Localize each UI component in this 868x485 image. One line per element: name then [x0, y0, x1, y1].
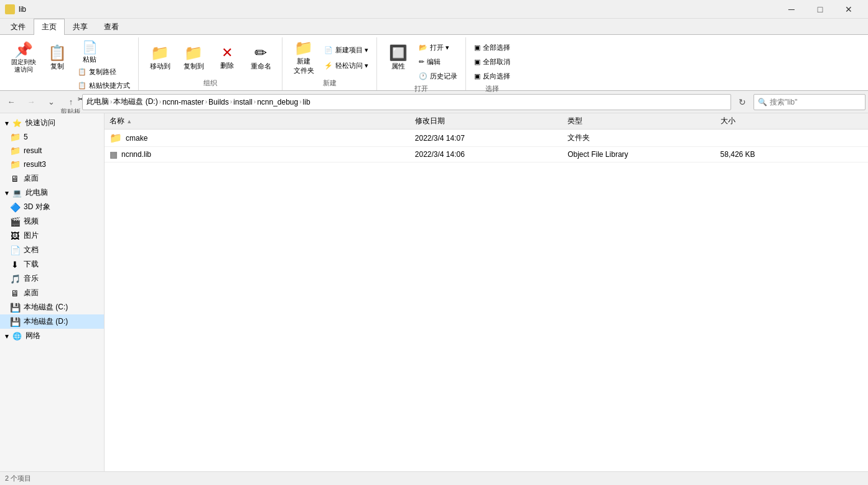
title-bar: lib ─ □ ✕ [0, 0, 868, 19]
copy-button[interactable]: 📋 复制 [41, 39, 73, 77]
select-none-button[interactable]: ▣ 全部取消 [471, 55, 513, 68]
search-input[interactable] [770, 98, 861, 106]
select-all-button[interactable]: ▣ 全部选择 [471, 41, 513, 54]
rename-label: 重命名 [251, 62, 271, 71]
sidebar-item-5[interactable]: 📁 5 [0, 130, 104, 144]
file-type: 文件夹 [562, 129, 715, 147]
sidebar-this-pc-header[interactable]: ▾ 💻 此电脑 [0, 186, 104, 200]
new-item-icon: 📄 [324, 46, 333, 54]
copy-label: 复制 [50, 62, 64, 71]
rename-button[interactable]: ✏ 重命名 [245, 39, 277, 77]
new-item-button[interactable]: 📄 新建项目 ▾ [321, 44, 371, 57]
close-button[interactable]: ✕ [834, 0, 863, 19]
sidebar-item-3d[interactable]: 🔷 3D 对象 [0, 200, 104, 214]
recent-locations-button[interactable]: ⌄ [42, 93, 60, 111]
folder-result-icon: 📁 [10, 146, 20, 156]
history-label: 历史记录 [430, 72, 457, 81]
new-folder-icon: 📁 [294, 40, 313, 55]
easy-access-button[interactable]: ⚡ 轻松访问 ▾ [321, 59, 371, 72]
copy-to-button[interactable]: 📁 复制到 [177, 39, 210, 77]
properties-label: 属性 [391, 62, 405, 71]
sidebar-item-result3[interactable]: 📁 result3 [0, 158, 104, 171]
table-row[interactable]: 📁 cmake 2022/3/4 14:07 文件夹 [105, 129, 868, 147]
file-name: ncnnd.lib [121, 150, 151, 159]
col-type[interactable]: 类型 [562, 113, 715, 129]
paste-button[interactable]: 📄 粘贴 [75, 40, 105, 65]
path-ncnn[interactable]: ncnn-master [162, 98, 204, 106]
up-button[interactable]: ↑ [62, 93, 80, 111]
file-size [716, 129, 868, 147]
path-install[interactable]: install [233, 98, 253, 106]
sidebar-item-result[interactable]: 📁 result [0, 144, 104, 158]
sidebar-item-desktop2[interactable]: 🖥 桌面 [0, 286, 104, 300]
local-d-icon: 💾 [10, 317, 20, 327]
status-bar: 2 个项目 [0, 471, 868, 485]
new-folder-button[interactable]: 📁 新建文件夹 [287, 39, 320, 77]
col-modified[interactable]: 修改日期 [410, 113, 562, 129]
history-button[interactable]: 🕐 历史记录 [416, 70, 460, 83]
sidebar-item-picture-label: 图片 [24, 230, 39, 241]
minimize-button[interactable]: ─ [777, 0, 806, 19]
back-button[interactable]: ← [2, 93, 20, 111]
rename-icon: ✏ [254, 45, 267, 60]
ribbon-group-select: ▣ 全部选择 ▣ 全部取消 ▣ 反向选择 选择 [466, 37, 518, 90]
copy-path-button[interactable]: 📋 复制路径 [75, 65, 133, 78]
invert-label: 反向选择 [483, 72, 510, 81]
file-type: Object File Library [562, 147, 715, 162]
sidebar-item-local-c[interactable]: 💾 本地磁盘 (C:) [0, 300, 104, 314]
sidebar-item-local-d[interactable]: 💾 本地磁盘 (D:) [0, 314, 104, 329]
paste-shortcut-button[interactable]: 📋 粘贴快捷方式 [75, 79, 133, 92]
delete-label: 删除 [220, 61, 234, 70]
path-builds[interactable]: Builds [208, 98, 229, 106]
invert-button[interactable]: ▣ 反向选择 [471, 70, 513, 83]
path-ncnn-debug[interactable]: ncnn_debug [257, 98, 298, 106]
search-box[interactable]: 🔍 [754, 94, 866, 110]
col-size[interactable]: 大小 [716, 113, 868, 129]
file-table: 名称 ▲ 修改日期 类型 大小 📁 cmake 2022/3/4 14:07 文… [105, 113, 868, 162]
status-item-count: 2 个项目 [5, 474, 31, 483]
table-row[interactable]: ▦ ncnnd.lib 2022/3/4 14:06 Object File L… [105, 147, 868, 162]
new-item-label: 新建项目 ▾ [335, 45, 368, 55]
tab-home[interactable]: 主页 [34, 19, 65, 35]
pin-button[interactable]: 📌 固定到快速访问 [7, 39, 40, 77]
path-d[interactable]: 本地磁盘 (D:) [113, 97, 157, 107]
open-btn[interactable]: 📂 打开 ▾ [416, 41, 460, 54]
download-icon: ⬇ [10, 260, 20, 270]
document-icon: 📄 [10, 245, 20, 255]
tab-view[interactable]: 查看 [96, 19, 127, 35]
col-name[interactable]: 名称 ▲ [105, 113, 410, 129]
copy-to-icon: 📁 [184, 45, 203, 60]
sidebar-network-header[interactable]: ▾ 🌐 网络 [0, 329, 104, 343]
folder-5-icon: 📁 [10, 132, 20, 142]
forward-button[interactable]: → [22, 93, 40, 111]
file-size: 58,426 KB [716, 147, 868, 162]
picture-icon: 🖼 [10, 231, 20, 241]
select-all-label: 全部选择 [483, 43, 510, 52]
move-to-button[interactable]: 📁 移动到 [144, 39, 176, 77]
sidebar-item-download[interactable]: ⬇ 下载 [0, 257, 104, 271]
sidebar-item-desktop[interactable]: 🖥 桌面 [0, 171, 104, 186]
maximize-button[interactable]: □ [806, 0, 834, 19]
edit-button[interactable]: ✏ 编辑 [416, 55, 460, 68]
address-path[interactable]: 此电脑 › 本地磁盘 (D:) › ncnn-master › Builds ›… [82, 94, 731, 110]
file-name: cmake [126, 134, 147, 143]
select-buttons: ▣ 全部选择 ▣ 全部取消 ▣ 反向选择 [471, 37, 513, 83]
sidebar-item-picture[interactable]: 🖼 图片 [0, 228, 104, 243]
tab-file[interactable]: 文件 [2, 19, 34, 35]
sidebar-item-music[interactable]: 🎵 音乐 [0, 271, 104, 286]
new-group-label: 新建 [287, 77, 371, 90]
properties-button[interactable]: 🔲 属性 [382, 39, 414, 77]
tab-share[interactable]: 共享 [65, 19, 96, 35]
path-computer[interactable]: 此电脑 [86, 97, 109, 107]
refresh-button[interactable]: ↻ [734, 93, 751, 111]
path-lib[interactable]: lib [303, 98, 310, 106]
sidebar-item-document[interactable]: 📄 文档 [0, 243, 104, 257]
desktop-icon: 🖥 [10, 174, 20, 184]
easy-access-icon: ⚡ [324, 62, 333, 70]
edit-label: 编辑 [427, 57, 441, 67]
sidebar-quick-access-header[interactable]: ▾ ⭐ 快速访问 [0, 116, 104, 130]
ribbon-tabs: 文件 主页 共享 查看 [0, 19, 868, 35]
delete-button[interactable]: ✕ 删除 [211, 39, 243, 77]
table-header-row: 名称 ▲ 修改日期 类型 大小 [105, 113, 868, 129]
sidebar-item-video[interactable]: 🎬 视频 [0, 214, 104, 228]
